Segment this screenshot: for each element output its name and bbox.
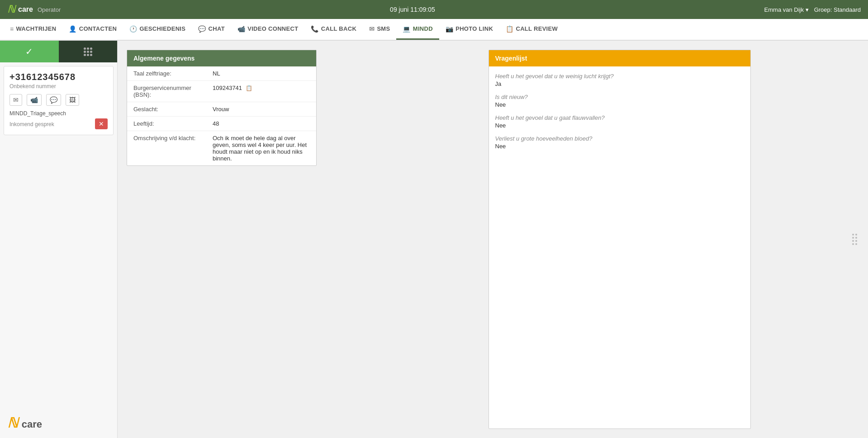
- antwoord-text-4: Nee: [495, 143, 744, 150]
- email-icon-button[interactable]: ✉: [9, 94, 22, 106]
- sidebar-top-buttons: ✓: [0, 41, 117, 62]
- vraag-item-2: Is dit nieuw? Nee: [495, 94, 744, 108]
- label-taal: Taal zelftriage:: [127, 66, 206, 81]
- tab-geschiedenis[interactable]: 🕐 GESCHIEDENIS: [123, 19, 192, 40]
- tab-video-connect-label: VIDEO CONNECT: [247, 25, 298, 32]
- grid-button[interactable]: [59, 41, 118, 62]
- tab-call-review-label: CALL REVIEW: [516, 25, 558, 32]
- group-label: Groep: Standaard: [814, 6, 861, 13]
- label-klacht: Omschrijving v/d klacht:: [127, 131, 206, 166]
- chat-icon: 💬: [198, 25, 206, 33]
- vraag-text-3: Heeft u het gevoel dat u gaat flauwvalle…: [495, 114, 744, 121]
- table-row-taal: Taal zelftriage: NL: [127, 66, 316, 81]
- video-icon-button[interactable]: 📹: [27, 94, 42, 106]
- gegevens-table: Taal zelftriage: NL Burgerservicenummer …: [127, 66, 316, 165]
- nav-bar: ≡ WACHTRIJEN 👤 CONTACTEN 🕐 GESCHIEDENIS …: [0, 19, 868, 41]
- tab-sms-label: SMS: [377, 25, 390, 32]
- tab-contacten-label: CONTACTEN: [79, 25, 117, 32]
- left-panel: Algemene gegevens Taal zelftriage: NL Bu…: [127, 50, 479, 429]
- tab-call-back-label: CALL BACK: [321, 25, 356, 32]
- operator-label: Operator: [38, 6, 61, 13]
- tab-call-back[interactable]: 📞 CALL BACK: [304, 19, 363, 40]
- bottom-logo: ℕ care: [7, 415, 42, 431]
- logo-icon: ℕ: [7, 4, 15, 15]
- right-panel: Vragenlijst Heeft u het gevoel dat u te …: [489, 50, 841, 429]
- table-row-klacht: Omschrijving v/d klacht: Och ik moet de …: [127, 131, 316, 166]
- tab-geschiedenis-label: GESCHIEDENIS: [139, 25, 185, 32]
- label-bsn: Burgerservicenummer (BSN):: [127, 81, 206, 102]
- tab-photo-link-label: PHOTO LINK: [455, 25, 493, 32]
- value-klacht: Och ik moet de hele dag al over geven, s…: [206, 131, 316, 166]
- tab-contacten[interactable]: 👤 CONTACTEN: [62, 19, 123, 40]
- algemene-gegevens-header: Algemene gegevens: [127, 50, 316, 66]
- sms-icon: ✉: [369, 25, 375, 33]
- right-edge-dots: [850, 50, 859, 429]
- decline-icon: ✕: [99, 120, 104, 127]
- bottom-logo-text: care: [22, 419, 42, 430]
- phone-number: +31612345678: [9, 72, 108, 82]
- geschiedenis-icon: 🕐: [129, 25, 137, 33]
- antwoord-text-2: Nee: [495, 101, 744, 108]
- vraag-item-3: Heeft u het gevoel dat u gaat flauwvalle…: [495, 114, 744, 129]
- table-row-geslacht: Geslacht: Vrouw: [127, 102, 316, 117]
- image-icon-button[interactable]: 🖼: [66, 94, 79, 106]
- call-card: +31612345678 Onbekend nummer ✉ 📹 💬 🖼 MIN…: [4, 66, 114, 135]
- photo-link-icon: 📷: [446, 25, 453, 33]
- vraag-text-1: Heeft u het gevoel dat u te weinig lucht…: [495, 73, 744, 80]
- logo-area: ℕ care Operator: [7, 4, 61, 15]
- bottom-logo-symbol: ℕ: [7, 415, 18, 430]
- top-bar-datetime: 09 juni 11:09:05: [390, 6, 435, 13]
- unknown-label: Onbekend nummer: [9, 83, 108, 89]
- main-layout: ✓ +31612345678 Onbekend nummer: [0, 41, 868, 438]
- user-name[interactable]: Emma van Dijk: [764, 6, 809, 13]
- tab-wachtrijen[interactable]: ≡ WACHTRIJEN: [4, 19, 62, 40]
- vraag-text-4: Verliest u grote hoeveelheden bloed?: [495, 135, 744, 142]
- grid-icon: [84, 47, 92, 56]
- incoming-label: Inkomend gesprek: [9, 121, 54, 127]
- tab-mindd[interactable]: 💻 MINDD: [396, 19, 439, 40]
- tab-chat[interactable]: 💬 CHAT: [192, 19, 231, 40]
- table-row-leeftijd: Leeftijd: 48: [127, 117, 316, 131]
- antwoord-text-1: Ja: [495, 80, 744, 87]
- top-bar-right: Emma van Dijk Groep: Standaard: [764, 6, 861, 13]
- decline-button[interactable]: ✕: [95, 118, 108, 129]
- tab-mindd-label: MINDD: [413, 25, 433, 32]
- tab-wachtrijen-label: WACHTRIJEN: [16, 25, 56, 32]
- content-area: Algemene gegevens Taal zelftriage: NL Bu…: [118, 41, 868, 438]
- check-icon: ✓: [25, 46, 33, 57]
- top-bar-left: ℕ care Operator: [7, 4, 61, 15]
- value-taal: NL: [206, 66, 316, 81]
- accept-call-button[interactable]: ✓: [0, 41, 59, 62]
- incoming-row: Inkomend gesprek ✕: [9, 118, 108, 129]
- top-bar: ℕ care Operator 09 juni 11:09:05 Emma va…: [0, 0, 868, 19]
- value-leeftijd: 48: [206, 117, 316, 131]
- tab-sms[interactable]: ✉ SMS: [363, 19, 396, 40]
- value-bsn: 109243741 📋: [206, 81, 316, 102]
- tab-call-review[interactable]: 📋 CALL REVIEW: [499, 19, 564, 40]
- triage-label: MINDD_Triage_speech: [9, 110, 108, 117]
- call-review-icon: 📋: [506, 25, 513, 33]
- antwoord-text-3: Nee: [495, 122, 744, 129]
- tab-photo-link[interactable]: 📷 PHOTO LINK: [439, 19, 499, 40]
- sidebar-bottom: ℕ care: [0, 408, 117, 438]
- vraag-text-2: Is dit nieuw?: [495, 94, 744, 100]
- sidebar: ✓ +31612345678 Onbekend nummer: [0, 41, 118, 438]
- call-back-icon: 📞: [311, 25, 318, 33]
- value-geslacht: Vrouw: [206, 102, 316, 117]
- table-row-bsn: Burgerservicenummer (BSN): 109243741 📋: [127, 81, 316, 102]
- call-icons: ✉ 📹 💬 🖼: [9, 94, 108, 106]
- label-leeftijd: Leeftijd:: [127, 117, 206, 131]
- vragenlijst-body: Heeft u het gevoel dat u te weinig lucht…: [489, 66, 750, 162]
- logo-text: care: [18, 5, 33, 14]
- copy-bsn-icon[interactable]: 📋: [246, 85, 252, 91]
- chat-icon-button[interactable]: 💬: [46, 94, 61, 106]
- mindd-icon: 💻: [403, 25, 410, 33]
- contacten-icon: 👤: [69, 25, 76, 33]
- vragenlijst-card: Vragenlijst Heeft u het gevoel dat u te …: [489, 50, 751, 429]
- algemene-gegevens-card: Algemene gegevens Taal zelftriage: NL Bu…: [127, 50, 317, 166]
- vraag-item-1: Heeft u het gevoel dat u te weinig lucht…: [495, 73, 744, 87]
- vragenlijst-header: Vragenlijst: [489, 50, 750, 66]
- tab-video-connect[interactable]: 📹 VIDEO CONNECT: [231, 19, 305, 40]
- vraag-item-4: Verliest u grote hoeveelheden bloed? Nee: [495, 135, 744, 150]
- tab-chat-label: CHAT: [209, 25, 225, 32]
